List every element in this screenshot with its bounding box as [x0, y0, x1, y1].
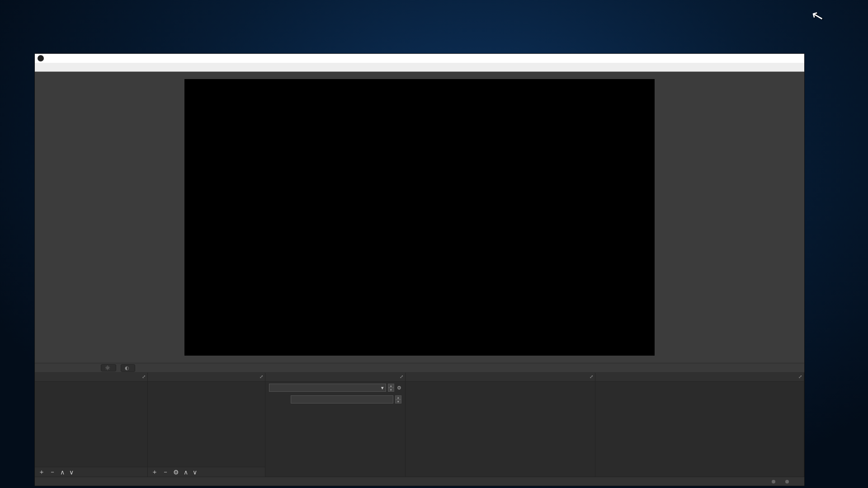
spin-up-icon[interactable]: ▴ [395, 395, 401, 399]
titlebar[interactable] [35, 54, 804, 63]
sources-panel: ⤢ ＋ － ⚙ ∧ ∨ [148, 373, 265, 477]
preview-canvas[interactable] [184, 79, 655, 356]
move-up-icon[interactable]: ∧ [184, 469, 188, 476]
obs-window: ◐ ⤢ ＋ － ∧ ∨ ⤢ ＋ － [34, 53, 805, 486]
filter-icon: ◐ [125, 365, 129, 371]
gear-icon [105, 365, 110, 371]
add-icon[interactable]: ＋ [38, 468, 45, 476]
chevron-down-icon: ▾ [381, 385, 384, 391]
menubar [35, 63, 804, 72]
scenes-panel: ⤢ ＋ － ∧ ∨ [35, 373, 148, 477]
mixer-body [406, 382, 595, 477]
controls-panel: ⤢ [595, 373, 804, 477]
popout-icon[interactable]: ⤢ [142, 374, 146, 379]
sources-list[interactable] [148, 382, 265, 467]
scenes-footer: ＋ － ∧ ∨ [35, 467, 147, 477]
popout-icon[interactable]: ⤢ [798, 374, 802, 379]
obs-app-icon [38, 55, 44, 61]
source-toolbar: ◐ [35, 363, 804, 373]
sources-header[interactable]: ⤢ [148, 373, 265, 382]
controls-header[interactable]: ⤢ [595, 373, 804, 382]
rec-status [785, 479, 791, 484]
transition-select[interactable]: ▾ [269, 384, 386, 392]
svg-point-0 [107, 367, 108, 369]
gear-icon[interactable]: ⚙ [397, 385, 401, 391]
scenes-list[interactable] [35, 382, 147, 467]
mixer-panel: ⤢ [406, 373, 595, 477]
remove-icon[interactable]: － [162, 468, 169, 476]
gear-icon[interactable]: ⚙ [173, 469, 179, 476]
move-down-icon[interactable]: ∨ [193, 469, 197, 476]
popout-icon[interactable]: ⤢ [400, 374, 403, 379]
duration-input[interactable] [291, 395, 393, 404]
popout-icon[interactable]: ⤢ [590, 374, 593, 379]
live-status [772, 479, 777, 484]
remove-icon[interactable]: － [49, 468, 56, 476]
spin-down-icon[interactable]: ▾ [388, 388, 394, 392]
scenes-header[interactable]: ⤢ [35, 373, 147, 382]
sources-footer: ＋ － ⚙ ∧ ∨ [148, 467, 265, 477]
filter-button[interactable]: ◐ [121, 364, 135, 372]
mixer-header[interactable]: ⤢ [406, 373, 595, 382]
statusbar [35, 477, 804, 486]
preview-area[interactable] [35, 72, 804, 363]
docked-panels: ⤢ ＋ － ∧ ∨ ⤢ ＋ － ⚙ ∧ ∨ [35, 373, 804, 477]
properties-button[interactable] [101, 364, 116, 371]
transitions-panel: ⤢ ▾ ▴ ▾ ⚙ [265, 373, 406, 477]
spin-down-icon[interactable]: ▾ [395, 399, 401, 404]
controls-body [595, 382, 804, 477]
transitions-header[interactable]: ⤢ [265, 373, 405, 382]
move-down-icon[interactable]: ∨ [69, 469, 74, 476]
transitions-body: ▾ ▴ ▾ ⚙ ▴ ▾ [265, 382, 405, 477]
add-icon[interactable]: ＋ [151, 468, 158, 476]
spin-up-icon[interactable]: ▴ [388, 384, 394, 388]
popout-icon[interactable]: ⤢ [259, 374, 263, 379]
move-up-icon[interactable]: ∧ [60, 469, 65, 476]
